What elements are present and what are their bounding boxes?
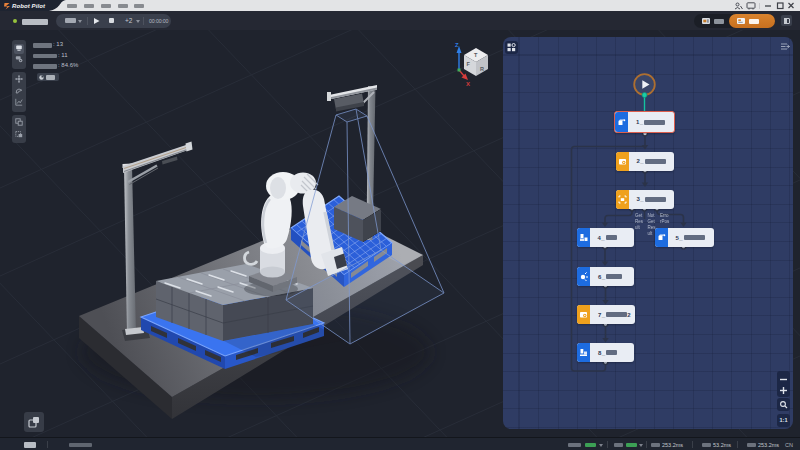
- svg-text:Get: Get: [648, 219, 656, 224]
- svg-text:Z: Z: [455, 42, 459, 48]
- svg-text:rPos: rPos: [660, 219, 670, 224]
- svg-text:Get: Get: [635, 213, 643, 218]
- svg-text:X: X: [466, 81, 470, 87]
- svg-text:Not: Not: [648, 213, 656, 218]
- svg-text:Res: Res: [635, 219, 644, 224]
- svg-text:Erro: Erro: [660, 213, 669, 218]
- svg-text:ult: ult: [648, 231, 654, 236]
- svg-text:ult: ult: [635, 225, 641, 230]
- svg-text:R: R: [480, 66, 484, 72]
